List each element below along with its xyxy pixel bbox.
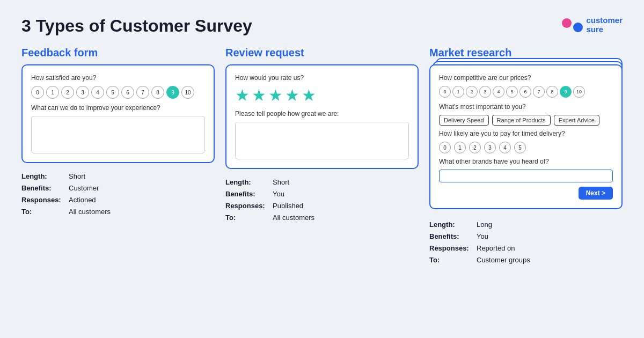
feedback-to-val: All customers	[69, 206, 111, 218]
review-to-label: To:	[225, 212, 268, 224]
rating-5[interactable]: 5	[106, 86, 119, 99]
market-rating-row1: 0 1 2 3 4 5 6 7 8 9 10	[439, 86, 613, 98]
market-info: Length: Long Benefits: You Responses: Re…	[429, 219, 623, 266]
rating-7[interactable]: 7	[136, 86, 149, 99]
logo: customer sure	[562, 16, 623, 34]
star-5[interactable]: ★	[302, 86, 316, 105]
review-to-row: To: All customers	[225, 212, 419, 224]
header: 3 Types of Customer Survey customer sure	[0, 0, 644, 41]
review-info: Length: Short Benefits: You Responses: P…	[225, 177, 419, 224]
review-length-row: Length: Short	[225, 177, 419, 188]
rating-3[interactable]: 3	[76, 86, 89, 99]
market-r2[interactable]: 2	[466, 86, 478, 98]
logo-text: customer sure	[586, 16, 623, 34]
market-r4[interactable]: 4	[493, 86, 504, 98]
rating-0[interactable]: 0	[31, 86, 44, 99]
market-s5[interactable]: 5	[514, 142, 526, 153]
market-r1[interactable]: 1	[452, 86, 464, 98]
market-responses-row: Responses: Reported on	[429, 243, 623, 254]
review-benefits-val: You	[273, 188, 284, 200]
rating-2[interactable]: 2	[61, 86, 74, 99]
feedback-benefits-label: Benefits:	[21, 182, 64, 194]
next-btn-row: Next >	[439, 187, 613, 200]
market-benefits-row: Benefits: You	[429, 231, 623, 243]
market-to-row: To: Customer groups	[429, 254, 623, 266]
market-length-label: Length:	[429, 219, 472, 231]
market-length-val: Long	[477, 219, 492, 231]
feedback-responses-row: Responses: Actioned	[21, 194, 215, 206]
rating-10[interactable]: 10	[181, 86, 194, 99]
feedback-responses-val: Actioned	[69, 194, 96, 206]
market-r10[interactable]: 10	[573, 86, 585, 98]
review-benefits-label: Benefits:	[225, 188, 268, 200]
star-4[interactable]: ★	[285, 86, 299, 105]
market-responses-label: Responses:	[429, 243, 472, 254]
feedback-length-row: Length: Short	[21, 171, 215, 182]
feedback-form-card: How satisfied are you? 0 1 2 3 4 5 6 7 8…	[21, 64, 215, 163]
review-question2: Please tell people how great we are:	[235, 110, 409, 117]
review-request-card: How would you rate us? ★ ★ ★ ★ ★ Please …	[225, 64, 419, 169]
feedback-question2: What can we do to improve your experienc…	[31, 104, 205, 112]
market-to-label: To:	[429, 254, 472, 266]
logo-dot-pink	[562, 18, 572, 28]
review-responses-label: Responses:	[225, 200, 268, 212]
market-s0[interactable]: 0	[439, 142, 451, 153]
stacked-cards: How competitive are our prices? 0 1 2 3 …	[429, 64, 623, 204]
stars-row: ★ ★ ★ ★ ★	[235, 86, 409, 105]
feedback-form-title: Feedback form	[21, 47, 215, 59]
market-question3: How likely are you to pay for timed deli…	[439, 130, 613, 137]
market-r8[interactable]: 8	[546, 86, 558, 98]
review-question1: How would you rate us?	[235, 74, 409, 82]
feedback-benefits-row: Benefits: Customer	[21, 182, 215, 194]
feedback-responses-label: Responses:	[21, 194, 64, 206]
star-2[interactable]: ★	[252, 86, 266, 105]
star-1[interactable]: ★	[235, 86, 250, 105]
pill-delivery-speed[interactable]: Delivery Speed	[439, 115, 489, 126]
market-s4[interactable]: 4	[499, 142, 511, 153]
market-r6[interactable]: 6	[519, 86, 531, 98]
market-s3[interactable]: 3	[484, 142, 496, 153]
rating-6[interactable]: 6	[121, 86, 134, 99]
market-question4: What other brands have you heard of?	[439, 158, 613, 165]
next-button[interactable]: Next >	[579, 187, 613, 200]
feedback-length-val: Short	[69, 171, 85, 182]
pill-expert-advice[interactable]: Expert Advice	[554, 115, 599, 126]
market-r0[interactable]: 0	[439, 86, 451, 98]
market-research-column: Market research How competitive are our …	[429, 47, 623, 266]
pill-range-products[interactable]: Range of Products	[492, 115, 551, 126]
rating-1[interactable]: 1	[46, 86, 59, 99]
market-research-card: How competitive are our prices? 0 1 2 3 …	[429, 64, 623, 209]
logo-icon	[562, 18, 583, 32]
feedback-benefits-val: Customer	[69, 182, 99, 194]
review-length-label: Length:	[225, 177, 268, 188]
feedback-length-label: Length:	[21, 171, 64, 182]
market-r5[interactable]: 5	[506, 86, 518, 98]
feedback-textarea[interactable]	[31, 116, 205, 153]
review-textarea[interactable]	[235, 122, 409, 159]
rating-8[interactable]: 8	[151, 86, 164, 99]
feedback-form-column: Feedback form How satisfied are you? 0 1…	[21, 47, 215, 266]
logo-line2: sure	[586, 25, 623, 34]
rating-9-selected[interactable]: 9	[166, 86, 179, 99]
market-r9-selected[interactable]: 9	[560, 86, 572, 98]
market-question2: What's most important to you?	[439, 103, 613, 111]
review-length-val: Short	[273, 177, 289, 188]
market-brands-input[interactable]	[439, 170, 613, 182]
market-r3[interactable]: 3	[479, 86, 491, 98]
columns-container: Feedback form How satisfied are you? 0 1…	[0, 47, 644, 266]
review-to-val: All customers	[273, 212, 314, 224]
star-3[interactable]: ★	[268, 86, 283, 105]
market-s2[interactable]: 2	[469, 142, 481, 153]
review-benefits-row: Benefits: You	[225, 188, 419, 200]
market-question1: How competitive are our prices?	[439, 74, 613, 82]
market-r7[interactable]: 7	[533, 86, 545, 98]
market-responses-val: Reported on	[477, 243, 515, 254]
review-responses-row: Responses: Published	[225, 200, 419, 212]
market-s1[interactable]: 1	[454, 142, 466, 153]
feedback-rating-row: 0 1 2 3 4 5 6 7 8 9 10	[31, 86, 205, 99]
rating-4[interactable]: 4	[91, 86, 104, 99]
logo-dot-blue	[573, 23, 583, 32]
feedback-info: Length: Short Benefits: Customer Respons…	[21, 171, 215, 218]
logo-line1: customer	[586, 16, 623, 25]
market-rating-row2: 0 1 2 3 4 5	[439, 142, 613, 153]
